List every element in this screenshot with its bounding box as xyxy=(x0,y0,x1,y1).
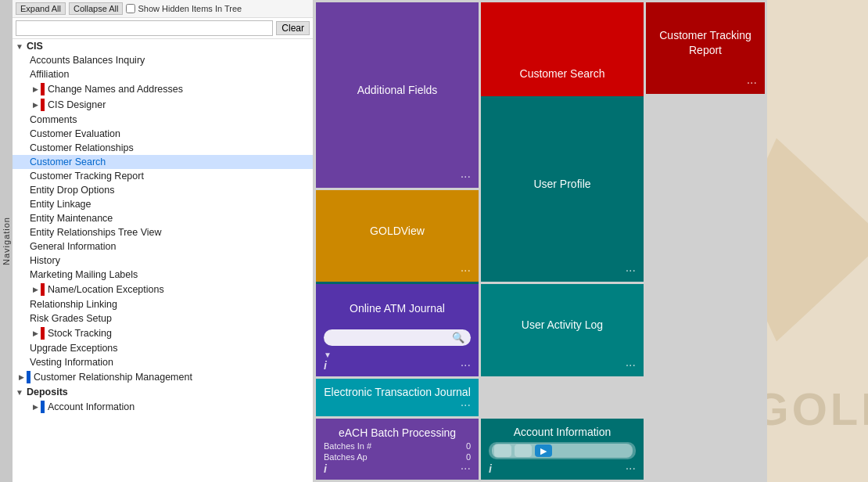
each-batch-bottom: i ··· xyxy=(324,462,471,475)
sidebar-item-customer-search[interactable]: Customer Search xyxy=(13,155,313,169)
each-batch-title: eACH Batch Processing xyxy=(324,425,471,441)
show-hidden-label: Show Hidden Items In Tree xyxy=(126,4,242,13)
sidebar-item-entity-maintenance[interactable]: Entity Maintenance xyxy=(13,211,313,225)
cis-label: CIS xyxy=(27,41,43,52)
change-names-red-bar xyxy=(41,83,45,95)
sidebar-item-change-names[interactable]: ▶ Change Names and Addresses xyxy=(13,81,313,97)
right-background: SGOLD SM xyxy=(767,0,868,482)
collapse-all-button[interactable]: Collapse All xyxy=(69,2,123,15)
expand-all-button[interactable]: Expand All xyxy=(16,2,66,15)
stock-tracking-red-bar xyxy=(41,327,45,340)
account-info-arrow: ▶ xyxy=(30,403,41,411)
sidebar-item-relationship-linking[interactable]: Relationship Linking xyxy=(13,297,313,311)
cis-designer-arrow: ▶ xyxy=(30,101,41,109)
online-atm-tile[interactable]: Online ATM Journal 🔍 ▼ i ··· xyxy=(316,284,479,376)
additional-fields-tile[interactable]: Additional Fields ··· xyxy=(316,2,479,188)
nav-wrapper: Navigation Expand All Collapse All Show … xyxy=(0,0,314,482)
nav-tree: ▼ CIS Accounts Balances Inquiry Affiliat… xyxy=(13,39,313,482)
user-profile-tile[interactable]: User Profile ··· xyxy=(481,96,644,282)
sidebar-item-vesting-info[interactable]: Vesting Information xyxy=(13,355,313,369)
name-location-arrow: ▶ xyxy=(30,286,41,293)
each-batch-tile[interactable]: eACH Batch Processing Batches In # 0 Bat… xyxy=(316,419,479,480)
online-atm-input[interactable] xyxy=(330,332,447,343)
additional-fields-dots: ··· xyxy=(461,171,471,183)
sidebar-item-accounts-balances[interactable]: Accounts Balances Inquiry xyxy=(13,53,313,67)
sidebar-item-crm[interactable]: ▶ Customer Relationship Management xyxy=(13,369,313,385)
sidebar-item-history[interactable]: History xyxy=(13,254,313,268)
sidebar-item-stock-tracking[interactable]: ▶ Stock Tracking xyxy=(13,326,313,341)
batches-in-label: Batches In # xyxy=(324,441,371,451)
electronic-transaction-title: Electronic Transaction Journal xyxy=(324,385,471,399)
online-atm-info: i xyxy=(324,359,327,372)
change-names-arrow: ▶ xyxy=(30,85,41,93)
show-hidden-checkbox[interactable] xyxy=(126,4,135,13)
goldview-tile-visible[interactable]: GOLDView ··· xyxy=(316,190,479,282)
sidebar-item-upgrade-exceptions[interactable]: Upgrade Exceptions xyxy=(13,341,313,355)
user-profile-title: User Profile xyxy=(489,103,636,264)
online-atm-dots: ··· xyxy=(461,359,471,372)
sidebar-item-cis-designer[interactable]: ▶ CIS Designer xyxy=(13,97,313,113)
sidebar-item-general-info[interactable]: General Information xyxy=(13,239,313,254)
crm-blue-bar xyxy=(27,371,30,383)
sidebar-item-marketing-mailing[interactable]: Marketing Mailing Labels xyxy=(13,268,313,282)
sidebar-item-risk-grades[interactable]: Risk Grades Setup xyxy=(13,311,313,326)
user-profile-dots: ··· xyxy=(626,264,636,277)
deposits-label: Deposits xyxy=(27,387,68,397)
deposits-arrow: ▼ xyxy=(16,388,27,397)
nav-clear-button[interactable]: Clear xyxy=(276,21,310,35)
sidebar-item-entity-linkage[interactable]: Entity Linkage xyxy=(13,197,313,211)
batches-ap-row: Batches Ap 0 xyxy=(324,451,471,462)
account-info-info: i xyxy=(489,462,492,475)
crm-arrow: ▶ xyxy=(16,373,27,381)
additional-fields-content: Additional Fields xyxy=(324,9,471,171)
nav-panel: Expand All Collapse All Show Hidden Item… xyxy=(13,0,314,482)
online-atm-title: Online ATM Journal xyxy=(324,290,471,326)
main-area: Additional Fields ··· Customer Search 🔍 … xyxy=(314,0,868,482)
goldview-title-v: GOLDView xyxy=(324,196,471,264)
nav-label: Navigation xyxy=(2,217,11,265)
batches-in-row: Batches In # 0 xyxy=(324,441,471,451)
customer-tracking-title: Customer Tracking Report xyxy=(654,9,757,77)
logo-diamond-svg xyxy=(767,138,868,342)
svg-marker-0 xyxy=(767,138,868,342)
sidebar-item-customer-tracking[interactable]: Customer Tracking Report xyxy=(13,169,313,183)
sidebar-item-account-info[interactable]: ▶ Account Information xyxy=(13,399,313,415)
online-atm-content: Online ATM Journal 🔍 ▼ xyxy=(324,290,471,358)
batches-in-value: 0 xyxy=(452,441,471,451)
each-batch-content: eACH Batch Processing Batches In # 0 Bat… xyxy=(324,425,471,462)
sidebar-item-customer-relationships[interactable]: Customer Relationships xyxy=(13,141,313,155)
sidebar-item-cis[interactable]: ▼ CIS xyxy=(13,39,313,53)
account-info-title: Account Information xyxy=(489,425,636,439)
sidebar-item-deposits[interactable]: ▼ Deposits xyxy=(13,385,313,399)
user-activity-tile[interactable]: User Activity Log ··· xyxy=(481,284,644,376)
nav-search-input[interactable] xyxy=(16,20,273,36)
account-info-bottom: i ··· xyxy=(489,462,636,475)
electronic-transaction-dots: ··· xyxy=(461,399,471,412)
online-atm-dropdown: ▼ xyxy=(324,351,471,359)
customer-tracking-dots: ··· xyxy=(747,77,757,89)
stock-tracking-arrow: ▶ xyxy=(30,329,41,337)
nav-side-tab[interactable]: Navigation xyxy=(0,0,13,482)
cis-arrow: ▼ xyxy=(16,42,27,51)
sidebar-item-affiliation[interactable]: Affiliation xyxy=(13,67,313,81)
account-info-tile[interactable]: Account Information ▶ i ··· xyxy=(481,419,644,480)
online-atm-bottom: i ··· xyxy=(324,359,471,372)
nav-content: Expand All Collapse All Show Hidden Item… xyxy=(13,0,313,482)
sidebar-item-entity-relationships[interactable]: Entity Relationships Tree View xyxy=(13,225,313,239)
electronic-transaction-tile[interactable]: Electronic Transaction Journal ··· xyxy=(316,379,479,416)
account-info-slider[interactable]: ▶ xyxy=(489,442,636,459)
nav-toolbar: Expand All Collapse All Show Hidden Item… xyxy=(13,0,313,18)
batches-ap-value: 0 xyxy=(452,452,471,462)
each-batch-dots: ··· xyxy=(461,462,471,475)
slider-track: ▶ xyxy=(492,444,633,458)
sidebar-item-name-location[interactable]: ▶ Name/Location Exceptions xyxy=(13,282,313,297)
account-info-dots: ··· xyxy=(626,462,636,475)
sidebar-item-entity-drop[interactable]: Entity Drop Options xyxy=(13,183,313,197)
customer-tracking-tile[interactable]: Customer Tracking Report ··· xyxy=(646,2,765,94)
online-atm-search-bar[interactable]: 🔍 xyxy=(324,329,471,346)
user-activity-title: User Activity Log xyxy=(489,290,636,358)
cis-designer-red-bar xyxy=(41,99,45,111)
tiles-grid: Additional Fields ··· Customer Search 🔍 … xyxy=(314,0,767,482)
sidebar-item-customer-evaluation[interactable]: Customer Evaluation xyxy=(13,127,313,141)
sidebar-item-comments[interactable]: Comments xyxy=(13,113,313,127)
